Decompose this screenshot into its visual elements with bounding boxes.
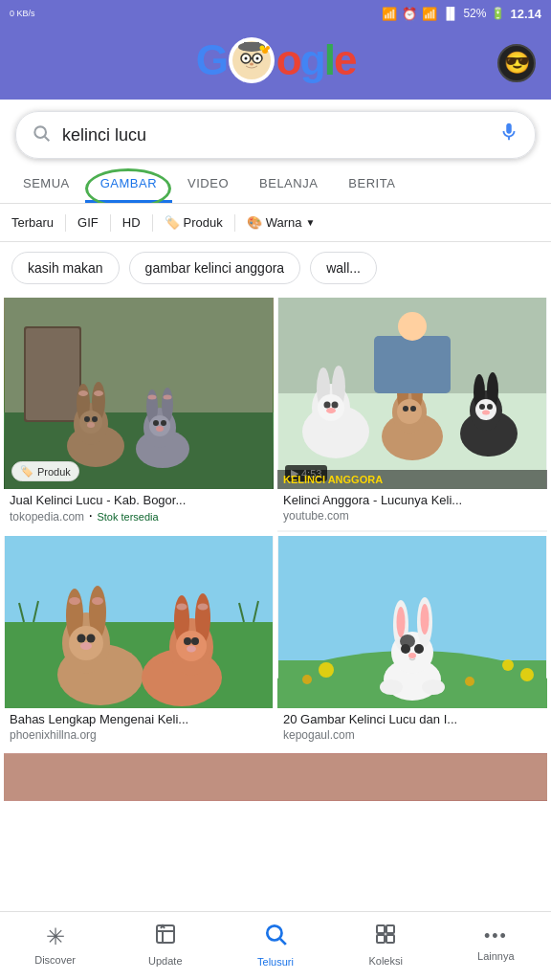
filter-divider-4	[234, 214, 235, 232]
svg-point-108	[414, 644, 424, 654]
image-card-2[interactable]: ▶ 4:53 KELINCI ANGGORA Kelinci Anggora -…	[277, 298, 547, 532]
image-card-3[interactable]: Bahas Lengkap Mengenai Keli... phoenixhi…	[4, 536, 274, 749]
svg-point-8	[244, 57, 247, 60]
svg-point-96	[319, 662, 334, 678]
filter-row: Terbaru GIF HD 🏷️ Produk 🎨 Warna ▼	[0, 204, 551, 242]
svg-point-84	[198, 604, 209, 611]
image-card-1[interactable]: 🏷️ Produk Jual Kelinci Lucu - Kab. Bogor…	[4, 298, 274, 532]
status-right: 📶 ⏰ 📶 ▐▌ 52% 🔋 12.14	[382, 7, 541, 21]
tab-gambar[interactable]: GAMBAR	[85, 167, 172, 203]
svg-point-76	[77, 635, 86, 643]
svg-point-97	[502, 659, 514, 671]
suggestion-kasih-makan[interactable]: kasih makan	[11, 252, 120, 284]
tab-semua[interactable]: SEMUA	[8, 167, 85, 203]
search-container: kelinci lucu	[0, 100, 551, 159]
svg-point-27	[84, 416, 90, 422]
svg-rect-113	[4, 753, 547, 800]
svg-rect-117	[377, 925, 385, 933]
search-icon	[32, 123, 51, 147]
svg-point-55	[403, 406, 408, 412]
google-logo: G	[196, 36, 356, 84]
filter-hd[interactable]: HD	[122, 212, 141, 234]
svg-point-28	[92, 416, 98, 422]
svg-point-47	[324, 402, 331, 409]
tab-berita[interactable]: BERITA	[333, 167, 410, 203]
search-query[interactable]: kelinci lucu	[62, 125, 487, 145]
battery-icon: 🔋	[491, 7, 505, 20]
svg-point-110	[380, 679, 403, 695]
warna-palette-icon: 🎨	[247, 215, 262, 230]
suggestion-wall[interactable]: wall...	[310, 252, 377, 284]
product-tag-icon: 🏷️	[20, 465, 33, 478]
discover-icon: ✳	[46, 924, 65, 950]
filter-terbaru[interactable]: Terbaru	[11, 212, 54, 234]
svg-point-99	[520, 668, 534, 681]
svg-point-106	[421, 604, 430, 635]
rabbit-image-3-svg	[4, 536, 274, 708]
mascot-svg	[229, 37, 275, 83]
svg-point-38	[161, 420, 166, 426]
svg-point-49	[326, 408, 336, 413]
svg-point-39	[156, 426, 164, 432]
rabbit-image-4-svg	[277, 536, 547, 708]
tab-video[interactable]: VIDEO	[172, 167, 244, 203]
user-avatar[interactable]: 😎	[497, 44, 536, 82]
card-title-4: 20 Gambar Kelinci Lucu dan I...	[283, 712, 541, 726]
filter-divider-3	[152, 214, 153, 232]
svg-point-112	[400, 635, 415, 648]
video-overlay-text: KELINCI ANGGORA	[283, 474, 541, 485]
warna-dropdown-icon: ▼	[306, 217, 316, 228]
nav-telusuri[interactable]: Telusuri	[247, 922, 304, 968]
card-title-2: Kelinci Anggora - Lucunya Keli...	[283, 493, 541, 507]
nav-koleksi-label: Koleksi	[368, 955, 402, 967]
lainnya-icon: •••	[484, 926, 508, 947]
card-source-4: kepogaul.com	[283, 728, 541, 742]
svg-line-116	[280, 938, 286, 944]
tab-belanja[interactable]: BELANJA	[244, 167, 333, 203]
logo-e: e	[334, 36, 355, 84]
svg-rect-65	[374, 336, 451, 393]
nav-lainnya-label: Lainnya	[477, 950, 515, 962]
image-card-4[interactable]: 20 Gambar Kelinci Lucu dan I... kepogaul…	[277, 536, 547, 749]
rabbit-image-1-svg	[4, 298, 274, 489]
filter-gif[interactable]: GIF	[77, 212, 99, 234]
nav-lainnya[interactable]: ••• Lainnya	[467, 926, 524, 962]
battery-level: 52%	[463, 7, 486, 20]
nav-discover-label: Discover	[34, 954, 76, 966]
card-source-3: phoenixhillna.org	[10, 728, 268, 742]
filter-produk[interactable]: 🏷️ Produk	[165, 212, 223, 234]
svg-point-61	[475, 399, 496, 420]
svg-point-48	[332, 402, 339, 409]
microphone-icon[interactable]	[498, 122, 519, 148]
search-bar[interactable]: kelinci lucu	[15, 111, 536, 159]
svg-point-10	[250, 63, 253, 66]
svg-rect-120	[386, 935, 394, 943]
card-title-1: Jual Kelinci Lucu - Kab. Bogor...	[10, 493, 268, 507]
logo-l: l	[324, 36, 334, 84]
svg-point-13	[266, 46, 270, 50]
nav-update[interactable]: Update	[137, 923, 194, 967]
filter-warna[interactable]: 🎨 Warna ▼	[247, 212, 316, 234]
logo-g2: g	[300, 36, 324, 84]
card-source-2: youtube.com	[283, 509, 541, 523]
svg-point-63	[487, 404, 493, 410]
svg-point-109	[408, 653, 416, 658]
card-info-3: Bahas Lengkap Mengenai Keli... phoenixhi…	[4, 708, 274, 749]
filter-divider-2	[110, 214, 111, 232]
nav-discover[interactable]: ✳ Discover	[27, 924, 84, 966]
logo-o2: o	[276, 36, 300, 84]
nav-update-label: Update	[148, 955, 182, 967]
image-card-5-partial[interactable]	[4, 753, 547, 801]
svg-point-86	[184, 637, 191, 645]
svg-point-54	[397, 399, 422, 424]
svg-point-83	[177, 604, 187, 611]
main-content: kelinci lucu SEMUA GAMBAR VIDEO BELANJA …	[0, 100, 551, 881]
produk-tag-icon: 🏷️	[165, 215, 180, 230]
status-bar: 0 KB/s 📶 ⏰ 📶 ▐▌ 52% 🔋 12.14	[0, 0, 551, 27]
svg-point-9	[255, 57, 258, 60]
sim-icon: 📶	[382, 7, 397, 21]
svg-line-15	[45, 136, 50, 141]
svg-point-74	[92, 597, 103, 605]
suggestion-gambar-anggora[interactable]: gambar kelinci anggora	[129, 252, 301, 284]
nav-koleksi[interactable]: Koleksi	[357, 923, 414, 967]
